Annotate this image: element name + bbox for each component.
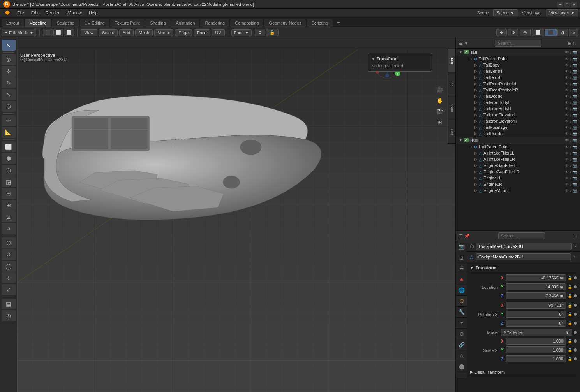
edge-select-btn[interactable]: ⬜ [53,29,63,36]
object-name-field[interactable] [476,243,572,250]
scale-z-lock[interactable]: 🔒 [568,357,572,361]
face-select-btn[interactable]: ⬜ [64,29,74,36]
bisect-tool[interactable]: ⧄ [2,223,16,234]
proportional-btn[interactable]: ⊙ [255,29,265,36]
mesh-btn[interactable]: Mesh [135,29,153,36]
rotate-tool[interactable]: ↻ [2,77,16,88]
outliner-enginell[interactable]: ▷ △ EngineLL 👁↓📷 [456,175,580,181]
vp-tab-view[interactable]: View [448,97,455,120]
prop-menu-icon[interactable]: ☰ [459,234,463,239]
outliner-taileronbodyl[interactable]: ▷ △ TaileronBodyL 👁↓📷 [456,99,580,105]
grid-gizmo[interactable]: ⊞ [435,118,444,127]
rendered-btn[interactable]: ○ [569,29,578,36]
hand-gizmo[interactable]: ✋ [435,96,444,105]
outliner-taildoorportholer[interactable]: ▷ △ TailDoorPortholeR 👁↓📷 [456,87,580,93]
outliner-enginemount[interactable]: ▷ △ EngineMountL 👁↓📷 [456,187,580,193]
material-btn[interactable]: ◑ [557,29,568,36]
add-cube-tool[interactable]: ⬜ [2,141,16,152]
scale-y-lock[interactable]: 🔒 [568,348,572,352]
menu-blender[interactable]: 🔶 [2,9,13,16]
inset-tool[interactable]: ⬡ [2,165,16,176]
fake-user-btn[interactable]: F [574,244,577,249]
loc-y-lock[interactable]: 🔒 [568,285,572,289]
object-props-btn[interactable]: ⬡ [456,296,467,307]
solid-btn[interactable]: ⬛ [545,29,557,36]
outliner-hullparent[interactable]: ▷ ⊕ HullParentPointL 👁↓📷 [456,144,580,150]
uv-btn[interactable]: UV [212,29,225,36]
scale-z-field[interactable]: 1.000 [506,355,566,362]
particle-props-btn[interactable]: ✦ [456,318,467,329]
outliner-taildoorl[interactable]: ▷ △ TailDoorL 👁↓📷 [456,74,580,81]
tab-geometry-nodes[interactable]: Geometry Nodes [264,19,306,27]
overlay-btn[interactable]: ⊚ [508,29,518,36]
outliner-taileronbodyr[interactable]: ▷ △ TaileronBodyR 👁↓📷 [456,105,580,112]
tab-shading[interactable]: Shading [145,19,170,27]
data-props-btn[interactable]: △ [456,350,467,361]
poly-build-tool[interactable]: ⬡ [2,237,16,248]
vp-tab-tool[interactable]: Tool [448,73,455,96]
snap-btn[interactable]: 🔒 [266,29,279,36]
rot-x-lock[interactable]: 🔒 [568,303,572,308]
render-props-btn[interactable]: 📷 [456,241,467,252]
gizmo-btn[interactable]: ⊕ [496,29,507,36]
transform-tool[interactable]: ⬡ [2,101,16,112]
outliner-tailcentre[interactable]: ▷ △ TailCentre 👁↓📷 [456,68,580,74]
tab-sculpting[interactable]: Sculpting [52,19,79,27]
outliner-filter-btn[interactable]: ⊞ [568,41,571,46]
outliner-taileronerr[interactable]: ▷ △ TaileronElevatorR 👁↓📷 [456,118,580,124]
titlebar-controls[interactable]: ─ □ ✕ [557,2,577,7]
transform-header[interactable]: ▼ Transform [371,56,428,61]
bevel-tool[interactable]: ◲ [2,176,16,187]
data-fake-user-btn[interactable]: ⊕ [573,255,577,260]
location-z-field[interactable]: 7.3466 m [506,292,566,299]
tail-visibility-check[interactable]: ✓ [464,50,469,54]
view-layer-props-btn[interactable]: ☰ [456,263,467,274]
tab-layout[interactable]: Layout [2,19,24,27]
annotate-tool[interactable]: ✏ [2,115,16,126]
to-sphere-tool[interactable]: ◎ [2,310,16,321]
slide-tool[interactable]: ⤢ [2,284,16,295]
cursor-tool[interactable]: ⊕ [2,54,16,65]
minimize-button[interactable]: ─ [557,2,563,7]
scale-tool[interactable]: ⤡ [2,89,16,100]
edge-btn[interactable]: Edge [175,29,192,36]
location-y-field[interactable]: 14.335 m [506,283,566,290]
hull-visibility-check[interactable]: ✓ [464,138,469,142]
output-props-btn[interactable]: 🖨 [456,252,467,263]
outliner-taildoorportholel[interactable]: ▷ △ TailDoorPortholeL 👁↓📷 [456,81,580,87]
prop-search[interactable] [498,232,545,239]
menu-window[interactable]: Window [63,10,85,16]
scene-props-btn[interactable]: 🔺 [456,274,467,285]
face-btn[interactable]: Face [194,29,210,36]
outliner-filter-icon[interactable]: ▼ [464,41,469,46]
viewlayer-selector[interactable]: ViewLayer▼ [546,9,578,16]
modifier-props-btn[interactable]: 🔧 [456,307,467,318]
vertex-btn[interactable]: Vertex [154,29,173,36]
wireframe-btn[interactable]: ⬜ [532,29,544,36]
loc-z-lock[interactable]: 🔒 [568,294,572,298]
outliner-search[interactable] [495,40,541,47]
xray-btn[interactable]: ◎ [520,29,531,36]
knife-tool[interactable]: ⊿ [2,211,16,222]
vertex-select-btn[interactable]: ⬛ [43,29,53,36]
scale-x-field[interactable]: 1.000 [506,338,566,345]
loop-cut-tool[interactable]: ⊟ [2,188,16,199]
rotation-x-field[interactable]: 90.401° [506,302,566,309]
measure-tool[interactable]: 📐 [2,127,16,138]
scene-selector[interactable]: Scene▼ [493,9,518,16]
extrude-tool[interactable]: ⬢ [2,153,16,164]
scale-x-lock[interactable]: 🔒 [568,339,572,343]
face-mode-dropdown[interactable]: Face ▼ [231,29,252,36]
delta-transform-header[interactable]: ▶ Delta Transform [470,368,577,376]
tab-rendering[interactable]: Rendering [200,19,229,27]
scale-y-field[interactable]: 1.000 [506,346,566,353]
outliner-tail-parent[interactable]: ▷ ⊕ TailParentPoint 👁↓📷 [456,56,580,62]
outliner-tailbody[interactable]: ▷ △ TailBody 👁↓📷 [456,62,580,68]
vp-tab-item[interactable]: Item [448,49,455,72]
outliner-enginegapll[interactable]: ▷ △ EngineGapFillerLL 👁↓📷 [456,162,580,169]
constraints-props-btn[interactable]: 🔗 [456,339,467,350]
outliner-airintakelr[interactable]: ▷ △ AirIntakeFillerLR 👁↓📷 [456,156,580,162]
rot-z-lock[interactable]: 🔒 [568,321,572,325]
menu-help[interactable]: Help [86,10,101,16]
prop-filter-icon[interactable]: ⊞ [573,234,577,239]
